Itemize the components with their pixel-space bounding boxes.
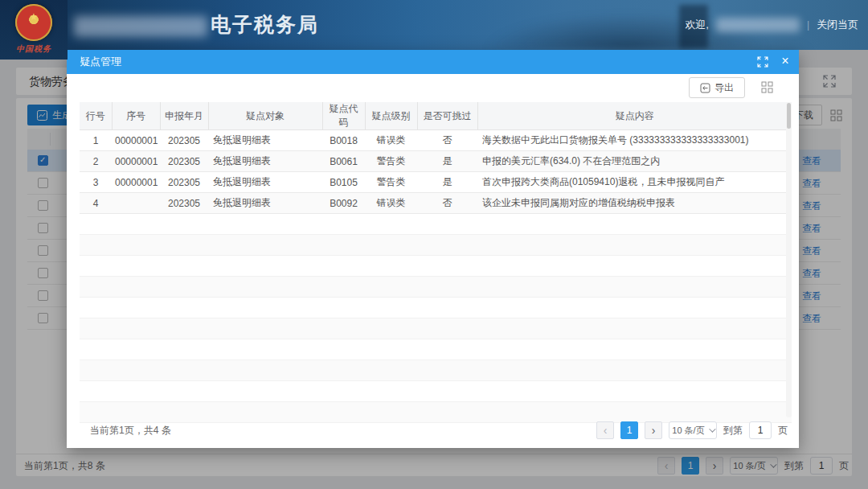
table-cell: 错误类 xyxy=(365,193,417,214)
table-row: 300000001202305免抵退明细表B0105警告类是首次申报跨大类商品(… xyxy=(80,172,792,193)
logo-caption: 中国税务 xyxy=(0,43,68,55)
table-cell: 免抵退明细表 xyxy=(208,193,322,214)
header-divider: | xyxy=(807,19,809,31)
table-row: 100000001202305免抵退明细表B0018错误类否海关数据中无此出口货… xyxy=(80,130,792,151)
page-size-select[interactable]: 10 条/页 xyxy=(669,421,717,439)
table-cell: 该企业未申报同属期对应的增值税纳税申报表 xyxy=(477,193,792,214)
empty-row xyxy=(80,318,792,339)
table-cell: B0092 xyxy=(322,193,365,214)
export-icon xyxy=(700,83,710,93)
table-cell: 是 xyxy=(417,151,477,172)
col-doubt-content: 疑点内容 xyxy=(477,102,792,130)
table-cell: 202305 xyxy=(160,193,208,214)
redacted-user-name xyxy=(716,18,800,32)
col-doubt-code: 疑点代码 xyxy=(322,102,365,130)
doubt-table: 行号 序号 申报年月 疑点对象 疑点代码 疑点级别 是否可挑过 疑点内容 100… xyxy=(80,102,792,423)
goto-page-input[interactable] xyxy=(749,421,772,439)
empty-row xyxy=(80,256,792,277)
table-cell: 1 xyxy=(80,130,112,151)
table-cell: 海关数据中无此出口货物报关单号 (333333333333333333001) xyxy=(477,130,792,151)
table-cell: 否 xyxy=(417,193,477,214)
chevron-down-icon xyxy=(709,425,715,432)
goto-page-prefix: 到第 xyxy=(723,424,743,438)
table-cell: 202305 xyxy=(160,130,208,151)
next-page-button[interactable] xyxy=(645,421,662,439)
empty-row xyxy=(80,214,792,235)
table-cell: 是 xyxy=(417,172,477,193)
goto-page-suffix: 页 xyxy=(778,424,788,438)
col-declaration-period: 申报年月 xyxy=(160,102,208,130)
page-size-value: 10 条/页 xyxy=(672,425,704,437)
table-cell: 00000001 xyxy=(112,130,160,151)
modal-footer: 当前第1页，共4 条 1 10 条/页 到第 页 xyxy=(67,417,799,448)
table-cell: 2 xyxy=(80,151,112,172)
record-count-status: 当前第1页，共4 条 xyxy=(90,424,171,438)
export-button[interactable]: 导出 xyxy=(689,77,745,98)
maximize-icon[interactable] xyxy=(757,56,768,68)
brand-title: 电子税务局 xyxy=(211,0,319,50)
empty-row xyxy=(80,339,792,360)
table-cell: 3 xyxy=(80,172,112,193)
empty-row xyxy=(80,360,792,381)
table-cell: 警告类 xyxy=(365,172,417,193)
screen: 电子税务局 欢迎, | 关闭当页 ★ 中国税务 货物劳务及退税申报 生成申报表 xyxy=(0,0,868,489)
table-header-row: 行号 序号 申报年月 疑点对象 疑点代码 疑点级别 是否可挑过 疑点内容 xyxy=(80,102,792,130)
col-doubt-level: 疑点级别 xyxy=(365,102,417,130)
table-cell: B0061 xyxy=(322,151,365,172)
close-icon[interactable] xyxy=(780,55,791,67)
doubt-management-modal: 疑点管理 导出 行号 序号 申报 xyxy=(67,50,799,448)
table-cell: 申报的美元汇率(634.0) 不在合理范围之内 xyxy=(477,151,792,172)
table-cell: 202305 xyxy=(160,172,208,193)
close-current-page-link[interactable]: 关闭当页 xyxy=(817,18,858,32)
col-skippable: 是否可挑过 xyxy=(417,102,477,130)
empty-row xyxy=(80,298,792,318)
table-cell xyxy=(112,193,160,214)
table-cell: 错误类 xyxy=(365,130,417,151)
table-cell: B0018 xyxy=(322,130,365,151)
scrollbar-thumb[interactable] xyxy=(787,103,791,129)
redacted-bureau-name xyxy=(74,16,207,37)
table-row: 4202305免抵退明细表B0092错误类否该企业未申报同属期对应的增值税纳税申… xyxy=(80,193,792,214)
welcome-label: 欢迎, xyxy=(685,18,709,32)
app-header: 电子税务局 欢迎, | 关闭当页 xyxy=(0,0,868,50)
emblem-star-icon: ★ xyxy=(15,11,52,23)
export-label: 导出 xyxy=(714,81,734,95)
table-cell: 免抵退明细表 xyxy=(208,130,322,151)
modal-pagination: 1 10 条/页 到第 页 xyxy=(596,421,788,439)
prev-page-button[interactable] xyxy=(596,421,614,439)
modal-title: 疑点管理 xyxy=(80,50,121,74)
table-cell: 否 xyxy=(417,130,477,151)
table-cell: 警告类 xyxy=(365,151,417,172)
national-emblem-icon: ★ xyxy=(15,4,52,41)
col-serial-number: 序号 xyxy=(112,102,160,130)
table-cell: 免抵退明细表 xyxy=(208,172,322,193)
table-cell: 00000001 xyxy=(112,151,160,172)
table-scrollbar[interactable] xyxy=(786,102,792,417)
table-cell: 免抵退明细表 xyxy=(208,151,322,172)
table-cell: 首次申报跨大类商品(01059410)退税，且未申报视同自产 xyxy=(477,172,792,193)
column-settings-icon[interactable] xyxy=(761,81,773,93)
table-row: 200000001202305免抵退明细表B0061警告类是申报的美元汇率(63… xyxy=(80,151,792,172)
modal-toolbar: 导出 xyxy=(67,74,799,101)
empty-row xyxy=(80,235,792,256)
table-cell: B0105 xyxy=(322,172,365,193)
table-cell: 00000001 xyxy=(112,172,160,193)
empty-row xyxy=(80,277,792,298)
col-doubt-object: 疑点对象 xyxy=(208,102,322,130)
col-row-number: 行号 xyxy=(80,102,112,130)
table-cell: 202305 xyxy=(160,151,208,172)
modal-title-bar: 疑点管理 xyxy=(67,50,799,74)
empty-row xyxy=(80,381,792,402)
table-cell: 4 xyxy=(80,193,112,214)
current-page-button[interactable]: 1 xyxy=(620,421,638,439)
tax-bureau-logo: ★ 中国税务 xyxy=(0,0,68,60)
header-user-area: 欢迎, | 关闭当页 xyxy=(685,0,858,50)
